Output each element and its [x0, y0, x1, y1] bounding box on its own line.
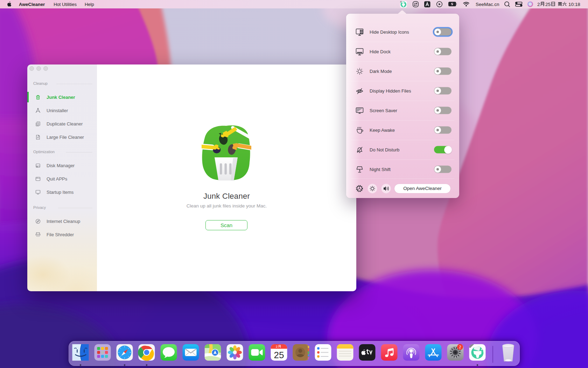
- svg-text:SeeMac.cn: SeeMac.cn: [476, 2, 499, 7]
- svg-text:2: 2: [276, 345, 278, 348]
- svg-text:2: 2: [459, 345, 461, 349]
- svg-text:25: 25: [545, 2, 551, 7]
- svg-text:10:18: 10:18: [568, 2, 580, 7]
- svg-text:25: 25: [274, 350, 284, 360]
- svg-text:2: 2: [537, 2, 540, 7]
